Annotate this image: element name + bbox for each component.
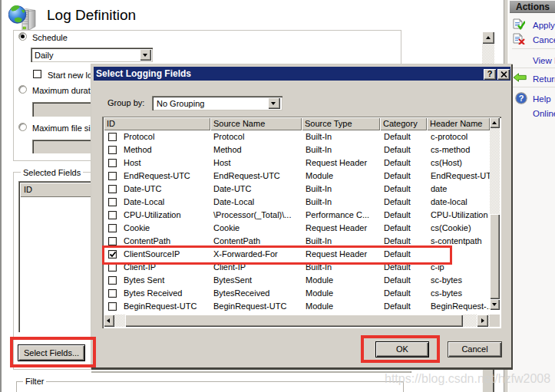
svg-text:?: ?: [519, 94, 524, 103]
